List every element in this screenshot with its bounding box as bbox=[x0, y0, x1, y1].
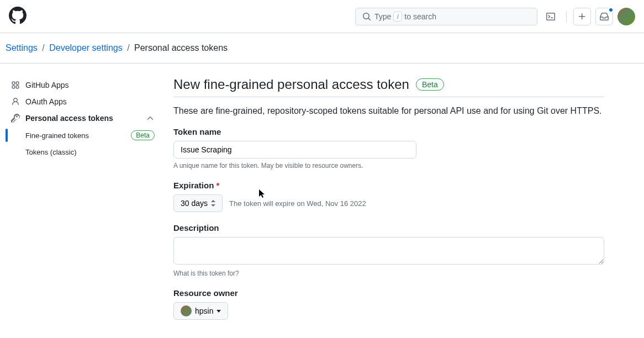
required-star: * bbox=[217, 181, 220, 190]
github-icon bbox=[9, 7, 27, 24]
description-note: What is this token for? bbox=[173, 270, 604, 277]
terminal-icon bbox=[546, 12, 555, 21]
person-icon bbox=[11, 97, 20, 106]
apps-icon bbox=[11, 81, 20, 89]
chevron-up-icon bbox=[146, 114, 155, 123]
expiration-hint: The token will expire on Wed, Nov 16 202… bbox=[229, 199, 366, 208]
github-logo[interactable] bbox=[9, 7, 27, 26]
caret-down-icon bbox=[217, 310, 221, 313]
field-token-name: Token name A unique name for this token.… bbox=[173, 127, 604, 170]
main-content: New fine-grained personal access token B… bbox=[173, 77, 604, 331]
sidebar-item-tokens-classic[interactable]: Tokens (classic) bbox=[6, 144, 160, 160]
sidebar-item-github-apps[interactable]: GitHub Apps bbox=[6, 77, 160, 93]
field-resource-owner: Resource owner hpsin bbox=[173, 288, 604, 320]
intro-text: These are fine-grained, repository-scope… bbox=[173, 106, 604, 116]
token-name-input[interactable] bbox=[173, 141, 416, 159]
plus-icon bbox=[578, 12, 587, 21]
search-placeholder: Type / to search bbox=[374, 12, 436, 22]
topbar-left bbox=[9, 7, 27, 26]
expiration-label: Expiration * bbox=[173, 181, 604, 190]
resource-owner-select[interactable]: hpsin bbox=[173, 302, 228, 320]
slash-key-icon: / bbox=[393, 12, 402, 22]
expiration-select[interactable]: 30 days bbox=[173, 194, 223, 212]
owner-avatar bbox=[181, 305, 192, 316]
token-name-label: Token name bbox=[173, 127, 604, 136]
search-icon bbox=[362, 12, 371, 21]
breadcrumb-current: Personal access tokens bbox=[134, 43, 228, 52]
notification-dot bbox=[608, 7, 614, 13]
sidebar-group-pat[interactable]: Personal access tokens bbox=[6, 110, 160, 126]
user-avatar[interactable] bbox=[617, 8, 635, 25]
description-input[interactable] bbox=[173, 237, 604, 265]
field-expiration: Expiration * 30 days The token will expi… bbox=[173, 181, 604, 212]
topbar: Type / to search bbox=[0, 0, 644, 33]
sidebar-item-label: Tokens (classic) bbox=[25, 148, 76, 156]
inbox-icon bbox=[600, 12, 609, 21]
sidebar-item-oauth-apps[interactable]: OAuth Apps bbox=[6, 93, 160, 110]
field-description: Description What is this token for? bbox=[173, 223, 604, 277]
breadcrumb-settings[interactable]: Settings bbox=[6, 43, 38, 52]
breadcrumb-developer-settings[interactable]: Developer settings bbox=[49, 43, 123, 52]
search-input[interactable]: Type / to search bbox=[355, 8, 537, 25]
beta-badge: Beta bbox=[416, 78, 444, 91]
sidebar: GitHub Apps OAuth Apps Personal access t… bbox=[6, 77, 160, 331]
layout: GitHub Apps OAuth Apps Personal access t… bbox=[0, 64, 644, 338]
topbar-right: Type / to search bbox=[355, 8, 635, 25]
create-new-button[interactable] bbox=[573, 8, 591, 25]
command-palette-button[interactable] bbox=[542, 8, 559, 25]
breadcrumb: Settings / Developer settings / Personal… bbox=[0, 33, 644, 64]
resource-owner-label: Resource owner bbox=[173, 288, 604, 298]
token-name-note: A unique name for this token. May be vis… bbox=[173, 162, 604, 170]
sidebar-group-label: Personal access tokens bbox=[25, 114, 113, 123]
sidebar-item-fine-grained[interactable]: Fine-grained tokens Beta bbox=[6, 126, 160, 144]
select-caret-icon bbox=[211, 200, 215, 207]
key-icon bbox=[11, 114, 20, 123]
beta-badge: Beta bbox=[131, 130, 155, 140]
page-title-row: New fine-grained personal access token B… bbox=[173, 77, 604, 97]
divider bbox=[566, 11, 567, 22]
page-title: New fine-grained personal access token bbox=[173, 77, 409, 92]
sidebar-item-label: OAuth Apps bbox=[25, 97, 67, 106]
description-label: Description bbox=[173, 223, 604, 233]
sidebar-item-label: GitHub Apps bbox=[25, 81, 69, 89]
sidebar-item-label: Fine-grained tokens bbox=[25, 131, 89, 140]
notifications-button[interactable] bbox=[595, 8, 613, 25]
